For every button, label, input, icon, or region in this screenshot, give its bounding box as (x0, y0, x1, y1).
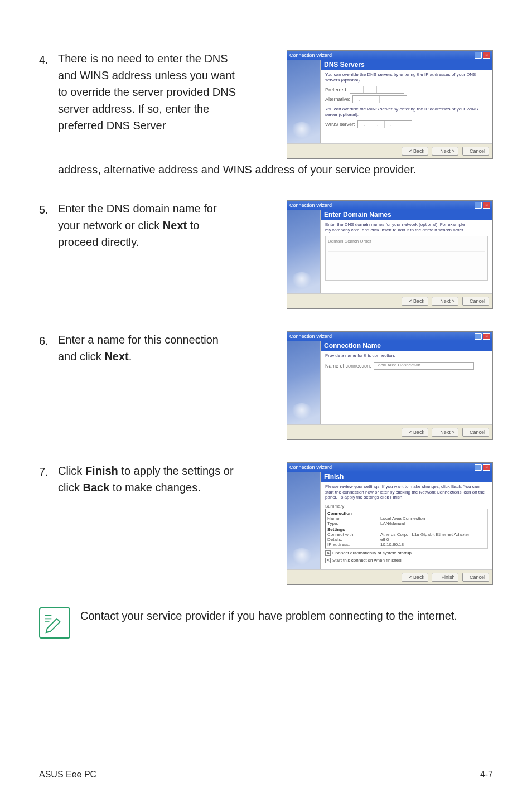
step-number: 6. (39, 331, 58, 349)
step4-text-a: There is no need to enter the DNS and WI… (58, 50, 236, 134)
next-button[interactable]: Next > (432, 428, 458, 437)
minimize-icon[interactable] (475, 464, 482, 471)
close-icon[interactable]: × (483, 202, 490, 209)
next-button[interactable]: Next > (432, 147, 458, 156)
step6-text: Enter a name for this connection and cli… (58, 331, 236, 365)
wins-label: WINS server: (325, 122, 355, 127)
wizard-desc: Enter the DNS domain names for your netw… (325, 222, 488, 233)
wizard-sidebar-art (287, 472, 321, 569)
wizard-finish: Connection Wizard × Finish Please review… (287, 462, 493, 585)
step5-text: Enter the DNS domain name for your netwo… (58, 200, 236, 250)
note-callout: Contact your service provider if you hav… (39, 607, 493, 655)
wizard-dns: Connection Wizard × DNS Servers You can … (287, 50, 493, 159)
summary-label: Summary (325, 504, 488, 509)
close-icon[interactable]: × (483, 464, 490, 471)
alternative-label: Alternative: (325, 96, 350, 102)
close-icon[interactable]: × (483, 52, 490, 59)
wizard-titlebar: Connection Wizard × (287, 463, 492, 472)
cancel-button[interactable]: Cancel (462, 297, 489, 306)
wizard-title: Connection Wizard (289, 465, 332, 470)
preferred-ip-input[interactable]: ... (350, 86, 404, 94)
back-button[interactable]: < Back (402, 428, 428, 437)
wins-ip-input[interactable]: ... (357, 120, 412, 128)
alternative-ip-input[interactable]: ... (352, 95, 407, 103)
back-button[interactable]: < Back (402, 147, 428, 156)
wizard-connection-name: Connection Wizard × Connection Name Prov… (287, 331, 493, 440)
wizard-banner: Finish (321, 472, 492, 482)
wizard-title: Connection Wizard (289, 52, 332, 58)
cancel-button[interactable]: Cancel (462, 428, 489, 437)
wizard-title: Connection Wizard (289, 334, 332, 339)
wizard-titlebar: Connection Wizard × (287, 201, 492, 210)
wizard-title: Connection Wizard (289, 202, 332, 208)
wizard-desc: Provide a name for this connection. (325, 353, 488, 359)
preferred-label: Preferred: (325, 87, 347, 93)
wizard-titlebar: Connection Wizard × (287, 51, 492, 60)
note-icon (39, 607, 70, 639)
wizard-sidebar-art (287, 210, 321, 293)
step-number: 4. (39, 50, 58, 68)
next-button[interactable]: Next > (432, 297, 458, 306)
step7-text: Click Finish to apply the settings or cl… (58, 462, 236, 496)
cancel-button[interactable]: Cancel (462, 147, 489, 156)
footer-right: 4-7 (480, 770, 493, 780)
checkbox-start-now[interactable]: ✕Start this connection when finished (325, 558, 488, 563)
minimize-icon[interactable] (475, 52, 482, 59)
finish-button[interactable]: Finish (432, 573, 458, 582)
wizard-sidebar-art (287, 341, 321, 424)
checkbox-autostart[interactable]: ✕Connect automatically at system startup (325, 550, 488, 556)
connection-name-input[interactable]: Local Area Connection (374, 362, 474, 370)
close-icon[interactable]: × (483, 333, 490, 340)
minimize-icon[interactable] (475, 333, 482, 340)
wizard-titlebar: Connection Wizard × (287, 332, 492, 341)
step-number: 7. (39, 462, 58, 480)
back-button[interactable]: < Back (402, 573, 428, 582)
summary-box: Connection Name:Local Area Connection Ty… (325, 509, 488, 549)
wizard-sidebar-art (287, 60, 321, 143)
step4-text-b: address, alternative address and WINS ad… (58, 161, 448, 178)
wizard-desc: Please review your settings. If you want… (325, 484, 488, 500)
cancel-button[interactable]: Cancel (462, 573, 489, 582)
wizard-desc2: You can override the WINS server by ente… (325, 107, 488, 117)
wizard-banner: Connection Name (321, 341, 492, 351)
wizard-banner: DNS Servers (321, 60, 492, 70)
minimize-icon[interactable] (475, 202, 482, 209)
connection-name-label: Name of connection: (325, 363, 371, 369)
page-footer: ASUS Eee PC 4-7 (39, 764, 493, 780)
domain-search-order: Domain Search Order (325, 236, 488, 281)
footer-left: ASUS Eee PC (39, 770, 96, 780)
wizard-desc: You can override the DNS servers by ente… (325, 72, 488, 83)
back-button[interactable]: < Back (402, 297, 428, 306)
step-number: 5. (39, 200, 58, 218)
wizard-domain: Connection Wizard × Enter Domain Names E… (287, 200, 493, 309)
wizard-banner: Enter Domain Names (321, 210, 492, 220)
note-text: Contact your service provider if you hav… (80, 607, 457, 624)
